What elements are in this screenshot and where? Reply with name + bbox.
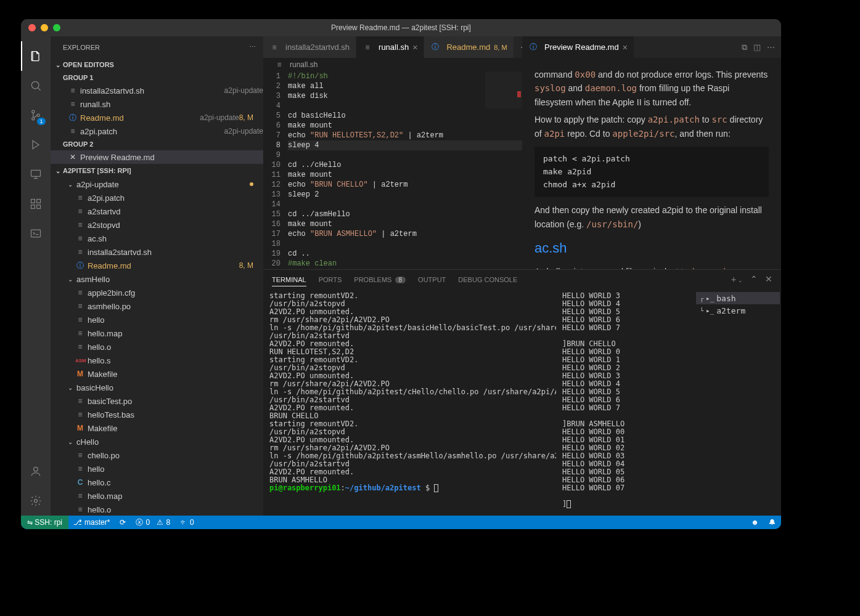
svg-rect-9 [31, 230, 41, 237]
sync-icon[interactable]: ⟳ [115, 516, 131, 529]
minimap[interactable] [485, 71, 522, 133]
panel-tabs: TERMINAL PORTS PROBLEMS 8 OUTPUT DEBUG C… [263, 270, 781, 290]
problems-status[interactable]: ⓧ0 ⚠8 [131, 516, 175, 529]
remote-explorer-icon[interactable] [21, 160, 51, 189]
split-icon[interactable]: ◫ [753, 43, 761, 52]
file-item[interactable]: ≡hello.o [51, 503, 263, 516]
group-2-label: GROUP 2 [51, 138, 263, 150]
new-terminal-icon[interactable]: ＋⌄ [729, 274, 743, 285]
file-item[interactable]: Chello.c [51, 476, 263, 489]
app-window: Preview Readme.md — a2pitest [SSH: rpi] … [21, 19, 781, 529]
file-item[interactable]: ≡installa2startvd.sha2pi-update [51, 84, 263, 97]
file-item[interactable]: ⓘReadme.md8, M [51, 259, 263, 272]
git-branch[interactable]: ⎇master* [68, 516, 115, 529]
accounts-icon[interactable] [21, 456, 51, 486]
status-bar: ⇋ SSH: rpi ⎇master* ⟳ ⓧ0 ⚠8 ᯤ0 ☻ 🔔︎ [21, 516, 781, 529]
tab-debug-console[interactable]: DEBUG CONSOLE [458, 274, 517, 286]
svg-point-2 [32, 118, 35, 120]
terminal-output-right[interactable]: HELLO WORLD 3 HELLO WORLD 4 HELLO WORLD … [556, 290, 695, 516]
more-icon[interactable]: ⋯ [767, 43, 775, 52]
file-item[interactable]: ⓘReadme.mda2pi-update8, M [51, 111, 263, 124]
titlebar: Preview Readme.md — a2pitest [SSH: rpi] [21, 19, 781, 36]
folder-item[interactable]: ⌄asmHello [51, 272, 263, 286]
tab-ports[interactable]: PORTS [319, 274, 342, 286]
traffic-lights [21, 24, 60, 31]
svg-point-0 [31, 81, 39, 89]
folder-item[interactable]: ⌄cHello [51, 435, 263, 448]
terminal-icon[interactable] [21, 219, 51, 248]
file-item[interactable]: ≡basicTest.po [51, 394, 263, 408]
search-icon[interactable] [21, 71, 51, 100]
file-item[interactable]: MMakefile [51, 421, 263, 435]
markdown-preview[interactable]: command 0x00 and do not produce error lo… [522, 58, 781, 269]
scm-badge: 1 [37, 118, 46, 125]
file-item[interactable]: ≡hello.o [51, 340, 263, 354]
terminal-item-bash[interactable]: ┌▸_bash [696, 292, 780, 304]
more-icon[interactable]: ⋯ [249, 43, 256, 51]
run-debug-icon[interactable] [21, 130, 51, 160]
file-item[interactable]: ≡a2pi.patch [51, 191, 263, 205]
file-item[interactable]: ≡a2pi.patcha2pi-update [51, 124, 263, 138]
svg-point-10 [34, 467, 38, 471]
file-item[interactable]: MMakefile [51, 367, 263, 381]
minimize-window[interactable] [41, 24, 48, 31]
file-item[interactable]: ≡hello [51, 462, 263, 476]
folder-a2pi-update[interactable]: ⌄a2pi-update [51, 177, 263, 191]
editor-tab[interactable]: ⓘReadme.md8, M [424, 36, 514, 58]
explorer-sidebar: EXPLORER ⋯ ⌄OPEN EDITORS GROUP 1 ≡instal… [51, 36, 263, 516]
feedback-icon[interactable]: ☻ [746, 518, 764, 527]
file-item[interactable]: ✕Preview Readme.md [51, 150, 263, 164]
editor-tab[interactable]: ≡installa2startvd.sh [263, 36, 356, 58]
breadcrumbs[interactable]: ≡runall.sh [263, 58, 522, 71]
file-item[interactable]: ≡a2startvd [51, 205, 263, 218]
explorer-icon[interactable] [21, 41, 51, 71]
tabs-row: ≡installa2startvd.sh≡runall.sh×ⓘReadme.m… [263, 36, 781, 58]
close-icon[interactable]: × [412, 43, 417, 52]
zoom-window[interactable] [53, 24, 60, 31]
file-item[interactable]: ≡hello [51, 313, 263, 326]
close-panel-icon[interactable]: ✕ [765, 274, 772, 285]
tab-problems[interactable]: PROBLEMS 8 [354, 274, 406, 286]
show-source-icon[interactable]: ⧉ [742, 43, 747, 52]
explorer-header: EXPLORER ⋯ [51, 36, 263, 58]
svg-rect-6 [31, 205, 35, 209]
svg-rect-7 [37, 205, 41, 209]
tab-terminal[interactable]: TERMINAL [272, 274, 306, 286]
editor-tab[interactable]: ≡runall.sh× [356, 36, 424, 58]
window-title: Preview Readme.md — a2pitest [SSH: rpi] [21, 23, 781, 32]
file-item[interactable]: ≡apple2bin.cfg [51, 286, 263, 299]
activity-bar: 1 [21, 36, 51, 516]
workspace-section[interactable]: ⌄A2PITEST [SSH: RPI] [51, 164, 263, 177]
terminal-output-left[interactable]: starting remountVD2. /usr/bin/a2stopvd A… [263, 290, 556, 516]
file-item[interactable]: ≡ac.sh [51, 232, 263, 245]
file-item[interactable]: ≡hello.map [51, 489, 263, 503]
folder-item[interactable]: ⌄basicHello [51, 381, 263, 394]
maximize-panel-icon[interactable]: ⌃ [750, 274, 758, 285]
source-control-icon[interactable]: 1 [21, 100, 51, 130]
settings-icon[interactable] [21, 486, 51, 516]
file-item[interactable]: ≡hello.map [51, 326, 263, 340]
editor-tab[interactable]: ⓘPreview Readme.md× [522, 36, 634, 58]
close-window[interactable] [28, 24, 36, 31]
file-item[interactable]: ASMhello.s [51, 354, 263, 367]
svg-point-1 [32, 110, 35, 113]
terminal-item-a2term[interactable]: └▸_a2term [696, 304, 780, 317]
file-item[interactable]: ≡chello.po [51, 448, 263, 462]
tab-output[interactable]: OUTPUT [418, 274, 446, 286]
close-icon[interactable]: × [623, 43, 628, 52]
file-item[interactable]: ≡helloTest.bas [51, 408, 263, 421]
bottom-panel: TERMINAL PORTS PROBLEMS 8 OUTPUT DEBUG C… [263, 269, 781, 516]
bell-icon[interactable]: 🔔︎ [764, 518, 781, 527]
svg-rect-5 [31, 200, 35, 203]
file-item[interactable]: ≡installa2startvd.sh [51, 245, 263, 259]
svg-rect-4 [31, 170, 41, 176]
file-item[interactable]: ≡asmhello.po [51, 299, 263, 313]
file-item[interactable]: ≡a2stopvd [51, 218, 263, 232]
file-item[interactable]: ≡runall.sh [51, 97, 263, 111]
terminal-list: ┌▸_bash └▸_a2term [695, 290, 781, 516]
extensions-icon[interactable] [21, 189, 51, 219]
code-editor[interactable]: ≡runall.sh 12345678910111213141516171819… [263, 58, 522, 269]
ports-status[interactable]: ᯤ0 [175, 516, 199, 529]
remote-indicator[interactable]: ⇋ SSH: rpi [21, 516, 68, 529]
open-editors-section[interactable]: ⌄OPEN EDITORS [51, 58, 263, 71]
